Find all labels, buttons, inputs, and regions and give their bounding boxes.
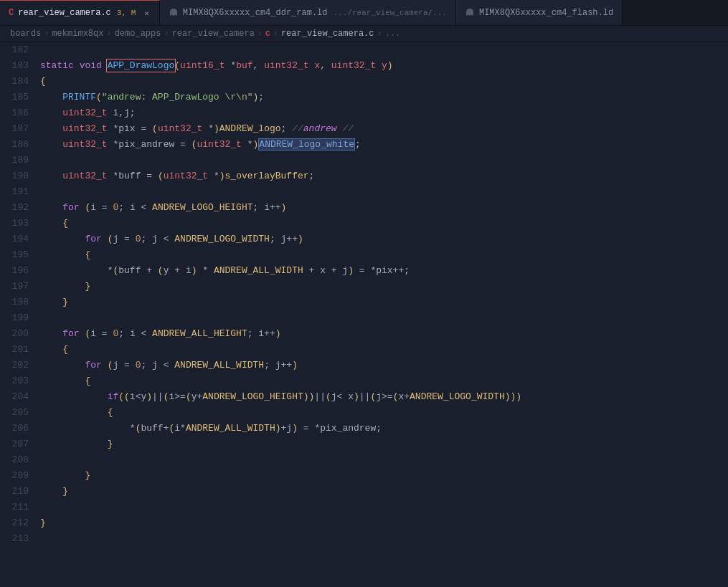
breadcrumb-demo-apps[interactable]: demo_apps	[115, 29, 161, 39]
code-line-198: }	[40, 295, 728, 310]
code-line-193: {	[40, 216, 728, 232]
breadcrumb-mekmimx8qx[interactable]: mekmimx8qx	[52, 29, 103, 39]
code-line-191	[40, 184, 728, 200]
code-line-186: uint32_t i,j;	[40, 105, 728, 121]
breadcrumb-filename[interactable]: rear_view_camera.c	[281, 29, 374, 39]
tab-close-button[interactable]: ✕	[143, 8, 151, 19]
tab-label: rear_view_camera.c	[18, 8, 111, 18]
code-line-203: {	[40, 373, 728, 389]
line-numbers: 182 183 184 185 186 187 188 189 190 191 …	[0, 42, 34, 585]
breadcrumb-sep-1: ›	[44, 29, 49, 39]
breadcrumb-ellipsis: ...	[385, 29, 401, 39]
code-line-188: uint32_t *pix_andrew = (uint32_t *)ANDRE…	[40, 137, 728, 153]
breadcrumb-sep-3: ›	[164, 29, 169, 39]
tab-label-ddr: MIMX8QX6xxxxx_cm4_ddr_ram.ld	[183, 8, 328, 18]
code-line-213	[40, 531, 728, 547]
code-line-205: {	[40, 405, 728, 421]
code-line-206: *(buff+(i*ANDREW_ALL_WIDTH)+j) = *pix_an…	[40, 421, 728, 436]
breadcrumb-sep-4: ›	[257, 29, 263, 39]
code-line-212: }	[40, 515, 728, 531]
breadcrumb: boards › mekmimx8qx › demo_apps › rear_v…	[0, 26, 728, 42]
ghost-icon-1	[169, 8, 179, 18]
code-line-199	[40, 310, 728, 326]
code-line-196: *(buff + (y + i) * ANDREW_ALL_WIDTH + x …	[40, 263, 728, 279]
code-line-182	[40, 42, 728, 58]
code-line-187: uint32_t *pix = (uint32_t *)ANDREW_logo;…	[40, 121, 728, 137]
code-line-210: }	[40, 484, 728, 500]
code-line-194: for (j = 0; j < ANDREW_LOGO_WIDTH; j++)	[40, 232, 728, 247]
ghost-icon-2	[465, 8, 475, 18]
code-line-201: {	[40, 342, 728, 358]
code-area: 182 183 184 185 186 187 188 189 190 191 …	[0, 42, 728, 585]
code-line-200: for (i = 0; i < ANDREW_ALL_HEIGHT; i++)	[40, 326, 728, 342]
breadcrumb-sep-6: ›	[377, 29, 382, 39]
tab-rear-view-camera[interactable]: C rear_view_camera.c 3, M ✕	[0, 0, 160, 25]
code-line-197: }	[40, 279, 728, 295]
code-line-185: PRINTF("andrew: APP_DrawLogo \r\n");	[40, 90, 728, 105]
code-line-202: for (j = 0; j < ANDREW_ALL_WIDTH; j++)	[40, 358, 728, 373]
code-line-189	[40, 153, 728, 168]
tab-flash[interactable]: MIMX8QX6xxxxx_cm4_flash.ld	[456, 0, 623, 25]
breadcrumb-boards[interactable]: boards	[10, 29, 41, 39]
code-line-195: {	[40, 247, 728, 263]
code-content[interactable]: static void APP_DrawLogo(uint16_t *buf, …	[34, 42, 728, 585]
code-line-183: static void APP_DrawLogo(uint16_t *buf, …	[40, 58, 728, 74]
breadcrumb-rear-view-camera[interactable]: rear_view_camera	[172, 29, 255, 39]
breadcrumb-sep-2: ›	[106, 29, 111, 39]
code-line-204: if((i<y)||(i>=(y+ANDREW_LOGO_HEIGHT))||(…	[40, 389, 728, 405]
tab-label-flash: MIMX8QX6xxxxx_cm4_flash.ld	[479, 8, 613, 18]
code-line-208	[40, 452, 728, 468]
code-line-211	[40, 500, 728, 515]
tab-badge: 3, M	[117, 9, 136, 17]
code-line-192: for (i = 0; i < ANDREW_LOGO_HEIGHT; i++)	[40, 200, 728, 216]
breadcrumb-c-icon: C	[265, 29, 270, 38]
code-line-190: uint32_t *buff = (uint32_t *)s_overlayBu…	[40, 168, 728, 184]
breadcrumb-sep-5: ›	[273, 29, 278, 39]
code-line-209: }	[40, 468, 728, 484]
code-line-207: }	[40, 436, 728, 452]
tab-bar: C rear_view_camera.c 3, M ✕ MIMX8QX6xxxx…	[0, 0, 728, 26]
code-line-184: {	[40, 74, 728, 90]
c-file-icon: C	[9, 8, 14, 18]
tab-sublabel: .../rear_view_camera/...	[334, 9, 447, 17]
tab-ddr-ram[interactable]: MIMX8QX6xxxxx_cm4_ddr_ram.ld .../rear_vi…	[160, 0, 456, 25]
